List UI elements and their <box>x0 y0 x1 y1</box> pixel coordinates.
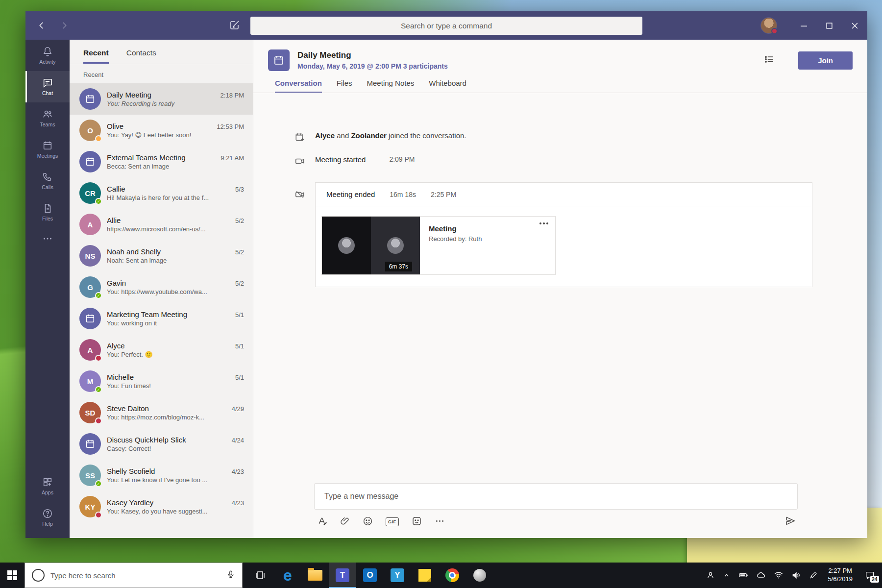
chevron-up-icon[interactable] <box>723 571 731 579</box>
onedrive-icon[interactable] <box>756 570 766 580</box>
rail-item-teams[interactable]: Teams <box>25 102 70 134</box>
tab-recent[interactable]: Recent <box>83 49 109 64</box>
chat-list-item[interactable]: Discuss QuickHelp Slick 4/24 Casey: Corr… <box>70 428 253 460</box>
windows-logo-icon <box>7 570 17 580</box>
task-view-button[interactable] <box>246 563 274 588</box>
attach-icon[interactable] <box>340 516 350 528</box>
chat-list-item[interactable]: SS Shelly Scofield 4/23 You: Let me know… <box>70 460 253 491</box>
recording-thumbnail[interactable]: 6m 37s <box>322 217 420 274</box>
chat-time: 12:53 PM <box>217 123 244 130</box>
agenda-icon[interactable] <box>763 53 776 68</box>
chat-list-item[interactable]: M Michelle 5/1 You: Fun times! <box>70 366 253 397</box>
chat-preview: You: https://www.youtube.com/wa... <box>107 288 244 295</box>
pen-icon[interactable] <box>809 571 818 580</box>
send-icon[interactable] <box>785 515 796 528</box>
close-button[interactable] <box>842 11 867 40</box>
recording-more-icon[interactable] <box>539 222 548 224</box>
maximize-button[interactable] <box>816 11 842 40</box>
main-panel: Daily Meeting Monday, May 6, 2019 @ 2:00… <box>253 40 867 538</box>
chat-list-item[interactable]: Daily Meeting 2:18 PM You: Recording is … <box>70 83 253 115</box>
rail-item-files[interactable]: Files <box>25 196 70 228</box>
avatar-initials: A <box>88 220 93 229</box>
chat-list-item[interactable]: A Alyce 5/1 You: Perfect. 🙂 <box>70 334 253 366</box>
battery-icon[interactable] <box>738 570 748 580</box>
avatar-initials: NS <box>85 252 96 260</box>
compose-more-icon[interactable] <box>435 516 445 528</box>
gif-icon[interactable]: GIF <box>386 517 399 526</box>
chat-list-item[interactable]: NS Noah and Shelly 5/2 Noah: Sent an ima… <box>70 240 253 271</box>
wifi-icon[interactable] <box>774 570 784 580</box>
chat-time: 2:18 PM <box>220 92 244 99</box>
action-center-icon[interactable]: 24 <box>862 568 877 583</box>
chat-list-item[interactable]: External Teams Meeting 9:21 AM Becca: Se… <box>70 146 253 177</box>
avatar-initials: O <box>87 126 93 135</box>
chat-list-item[interactable]: G Gavin 5/2 You: https://www.youtube.com… <box>70 271 253 303</box>
chat-list: Daily Meeting 2:18 PM You: Recording is … <box>70 83 253 538</box>
minimize-button[interactable] <box>791 11 816 40</box>
rail-item-chat[interactable]: Chat <box>25 71 70 102</box>
chat-time: 4/29 <box>232 405 244 413</box>
chat-name: External Teams Meeting <box>107 153 186 162</box>
status-badge <box>95 135 102 142</box>
chat-list-item[interactable]: Marketing Team Meeting 5/1 You: working … <box>70 303 253 334</box>
rail-item-help[interactable]: Help <box>25 502 70 533</box>
teams-window: Activity Chat Teams Meetings Calls Files <box>25 11 867 538</box>
chat-name: Shelly Scofield <box>107 467 155 475</box>
command-search-input[interactable] <box>250 17 642 35</box>
chat-time: 9:21 AM <box>220 154 244 162</box>
taskbar-clock[interactable]: 2:27 PM 5/6/2019 <box>828 567 853 584</box>
avatar: SS <box>79 465 101 486</box>
rail-item-apps[interactable]: Apps <box>25 470 70 502</box>
tab-contacts[interactable]: Contacts <box>126 49 156 64</box>
tab-conversation[interactable]: Conversation <box>275 79 322 93</box>
tab-meeting-notes[interactable]: Meeting Notes <box>367 79 415 93</box>
sticker-icon[interactable] <box>412 516 422 528</box>
rail-item-activity[interactable]: Activity <box>25 40 70 71</box>
user-avatar[interactable] <box>760 17 777 34</box>
tab-whiteboard[interactable]: Whiteboard <box>429 79 466 93</box>
xbox-game-bar-icon[interactable] <box>466 563 493 588</box>
teams-taskbar-icon[interactable]: T <box>329 563 356 588</box>
microphone-icon[interactable] <box>226 570 235 581</box>
chat-list-item[interactable]: CR Callie 5/3 Hi! Makayla is here for yo… <box>70 177 253 209</box>
calendar-icon <box>85 439 96 449</box>
clock-date: 5/6/2019 <box>828 575 853 584</box>
notification-badge: 24 <box>870 576 879 583</box>
chat-list-item[interactable]: SD Steve Dalton 4/29 You: https://moz.co… <box>70 397 253 428</box>
taskbar-search-input[interactable] <box>50 571 220 580</box>
chat-time: 5/1 <box>235 343 244 350</box>
back-icon[interactable] <box>37 21 46 30</box>
taskbar-search[interactable] <box>24 563 243 588</box>
sticky-notes-icon[interactable] <box>411 563 439 588</box>
edge-icon[interactable]: e <box>274 563 301 588</box>
recording-tile[interactable]: 6m 37s Meeting Recorded by: Ruth <box>321 216 556 275</box>
message-input[interactable] <box>314 483 798 510</box>
rail-item-more[interactable] <box>25 228 70 251</box>
format-icon[interactable] <box>317 516 327 528</box>
chat-list-item[interactable]: O Olive 12:53 PM You: Yay! 😄 Feel better… <box>70 115 253 146</box>
phone-icon <box>42 172 53 182</box>
chat-list-item[interactable]: A Allie 5/2 https://www.microsoft.com/en… <box>70 209 253 240</box>
chat-list-item[interactable]: KY Kasey Yardley 4/23 You: Kasey, do you… <box>70 491 253 522</box>
rail-item-meetings[interactable]: Meetings <box>25 134 70 165</box>
tab-files[interactable]: Files <box>337 79 352 93</box>
people-tray-icon[interactable] <box>706 571 715 580</box>
forward-icon[interactable] <box>60 21 69 30</box>
rail-item-calls[interactable]: Calls <box>25 165 70 196</box>
outlook-icon[interactable]: O <box>356 563 384 588</box>
yammer-icon[interactable]: Y <box>384 563 411 588</box>
file-explorer-icon[interactable] <box>301 563 329 588</box>
start-button[interactable] <box>0 563 24 588</box>
participant-avatar <box>338 237 355 254</box>
chat-time: 5/2 <box>235 280 244 287</box>
emoji-icon[interactable] <box>363 516 373 528</box>
joined-name: Alyce <box>315 131 335 140</box>
avatar-initials: A <box>88 346 93 354</box>
meeting-subtitle-link[interactable]: Monday, May 6, 2019 @ 2:00 PM 3 particip… <box>297 62 755 70</box>
join-button[interactable]: Join <box>798 51 853 70</box>
calendar-icon <box>85 94 96 104</box>
volume-icon[interactable] <box>791 570 801 580</box>
status-badge <box>95 292 102 299</box>
new-chat-icon[interactable] <box>229 19 241 33</box>
chrome-icon[interactable] <box>439 563 466 588</box>
